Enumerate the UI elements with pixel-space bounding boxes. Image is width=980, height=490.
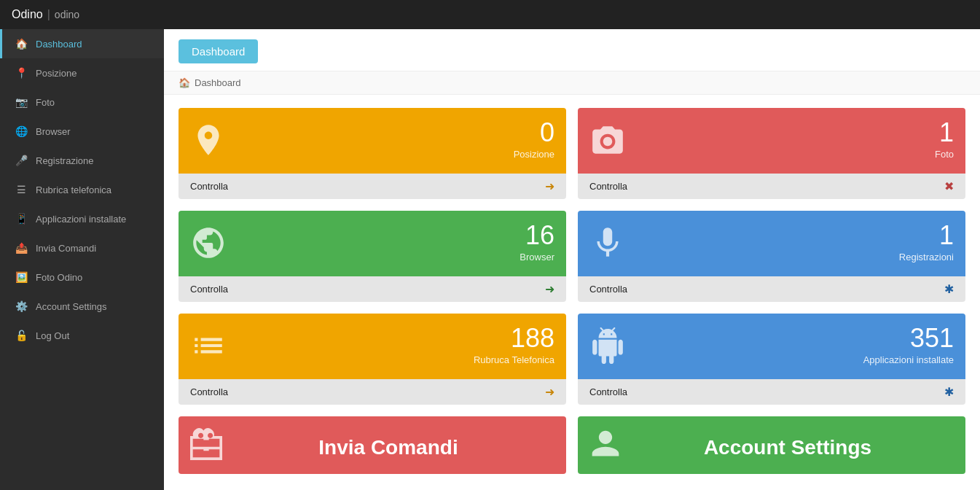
sidebar-label-logout: Log Out	[36, 330, 69, 341]
card-rubrica: 188 Rubruca Telefonica Controlla ➜	[179, 314, 566, 405]
list-card-icon	[190, 327, 227, 370]
camera-card-icon	[589, 122, 626, 165]
apps-icon: 📱	[14, 213, 28, 225]
sidebar-label-applicazioni: Applicazioni installate	[36, 214, 126, 225]
mic-card-icon	[589, 225, 626, 268]
sidebar-item-foto-odino[interactable]: 🖼️ Foto Odino	[0, 262, 164, 292]
card-posizione-footer[interactable]: Controlla ➜	[179, 174, 566, 199]
arrow-right-icon: ➜	[545, 179, 554, 193]
sidebar-item-dashboard[interactable]: 🏠 Dashboard	[0, 29, 164, 58]
breadcrumb-icon: 🏠	[179, 77, 190, 88]
image-icon: 🖼️	[14, 271, 28, 283]
home-icon: 🏠	[14, 38, 28, 50]
sidebar-item-account-settings[interactable]: ⚙️ Account Settings	[0, 292, 164, 321]
card-foto-body: 1 Foto	[578, 108, 965, 174]
card-foto-number: 1	[935, 120, 954, 146]
card-foto-footer[interactable]: Controlla ✖	[578, 174, 965, 199]
card-registrazioni-stats: 1 Registrazioni	[899, 222, 954, 262]
card-foto-stats: 1 Foto	[935, 120, 954, 160]
arrow-right-icon-rub: ➜	[545, 385, 554, 399]
arrow-right-icon-app: ✱	[944, 385, 954, 399]
sidebar-label-registrazione: Registrazione	[36, 155, 94, 166]
card-foto-link[interactable]: Controlla	[589, 181, 627, 192]
dashboard-title-button[interactable]: Dashboard	[179, 39, 258, 63]
list-icon: ☰	[14, 184, 28, 195]
card-rubrica-number: 188	[474, 325, 554, 351]
topbar-username: odino	[55, 9, 79, 20]
sidebar-item-registrazione[interactable]: 🎤 Registrazione	[0, 146, 164, 175]
sidebar-item-logout[interactable]: 🔓 Log Out	[0, 321, 164, 350]
card-rubrica-body: 188 Rubruca Telefonica	[179, 314, 566, 379]
sidebar-item-posizione[interactable]: 📍 Posizione	[0, 58, 164, 88]
card-registrazioni-number: 1	[899, 222, 954, 249]
card-posizione-link[interactable]: Controlla	[190, 181, 228, 192]
card-browser-number: 16	[520, 222, 554, 249]
gear-icon: ⚙️	[14, 300, 28, 312]
sidebar-label-posizione: Posizione	[36, 68, 77, 79]
topbar-separator: |	[47, 8, 50, 21]
android-icon	[589, 327, 626, 370]
card-rubrica-stats: 188 Rubruca Telefonica	[474, 325, 554, 365]
card-rubrica-link[interactable]: Controlla	[190, 386, 228, 397]
card-browser-footer[interactable]: Controlla ➜	[179, 276, 566, 302]
card-account-settings-label: Account Settings	[622, 436, 954, 459]
location-icon	[190, 122, 227, 165]
main-layout: 🏠 Dashboard 📍 Posizione 📷 Foto 🌐 Browser…	[0, 29, 980, 490]
card-applicazioni: 351 Applicazioni installate Controlla ✱	[578, 314, 965, 405]
card-applicazioni-link[interactable]: Controlla	[589, 386, 627, 397]
card-applicazioni-body: 351 Applicazioni installate	[578, 314, 965, 379]
card-registrazioni-footer[interactable]: Controlla ✱	[578, 276, 965, 302]
topbar: Odino | odino	[0, 0, 980, 29]
sidebar-item-foto[interactable]: 📷 Foto	[0, 88, 164, 117]
breadcrumb-label: Dashboard	[195, 77, 241, 88]
sidebar-item-invia-comandi[interactable]: 📤 Invia Comandi	[0, 233, 164, 262]
card-browser-stats: 16 Browser	[520, 222, 554, 262]
sidebar-label-rubrica: Rubrica telefonica	[36, 184, 111, 195]
card-invia-comandi[interactable]: Invia Comandi	[179, 416, 566, 474]
arrow-right-icon-reg: ✱	[944, 282, 954, 296]
sidebar-item-rubrica[interactable]: ☰ Rubrica telefonica	[0, 175, 164, 204]
card-registrazioni-label: Registrazioni	[899, 252, 954, 262]
sidebar-item-browser[interactable]: 🌐 Browser	[0, 117, 164, 146]
arrow-right-icon-foto: ✖	[944, 179, 954, 193]
card-browser-label: Browser	[520, 252, 554, 262]
card-account-settings-body: Account Settings	[578, 416, 965, 474]
card-rubrica-label: Rubruca Telefonica	[474, 354, 554, 365]
card-invia-comandi-label: Invia Comandi	[222, 436, 554, 459]
card-rubrica-footer[interactable]: Controlla ➜	[179, 379, 566, 405]
card-posizione-stats: 0 Posizione	[514, 120, 554, 160]
card-browser-link[interactable]: Controlla	[190, 284, 228, 295]
globe-icon: 🌐	[14, 125, 28, 137]
brand-name: Odino	[12, 8, 43, 21]
card-posizione: 0 Posizione Controlla ➜	[179, 108, 566, 199]
sidebar-label-browser: Browser	[36, 126, 71, 137]
card-registrazioni: 1 Registrazioni Controlla ✱	[578, 211, 965, 302]
dashboard-grid: 0 Posizione Controlla ➜	[164, 95, 980, 487]
card-applicazioni-footer[interactable]: Controlla ✱	[578, 379, 965, 405]
sidebar: 🏠 Dashboard 📍 Posizione 📷 Foto 🌐 Browser…	[0, 29, 164, 490]
arrow-right-icon-browser: ➜	[545, 282, 554, 296]
card-posizione-body: 0 Posizione	[179, 108, 566, 174]
card-account-settings[interactable]: Account Settings	[578, 416, 965, 474]
card-registrazioni-body: 1 Registrazioni	[578, 211, 965, 276]
content-area: Dashboard 🏠 Dashboard 0 Posizione	[164, 29, 980, 490]
mic-icon: 🎤	[14, 155, 28, 166]
card-applicazioni-label: Applicazioni installate	[863, 354, 954, 365]
page-header: Dashboard	[164, 29, 980, 63]
sidebar-item-applicazioni[interactable]: 📱 Applicazioni installate	[0, 204, 164, 233]
card-posizione-label: Posizione	[514, 149, 554, 160]
kit-icon	[190, 428, 222, 467]
card-posizione-number: 0	[514, 120, 554, 146]
card-registrazioni-link[interactable]: Controlla	[589, 284, 627, 295]
send-icon: 📤	[14, 242, 28, 254]
breadcrumb: 🏠 Dashboard	[164, 71, 980, 95]
sidebar-label-dashboard: Dashboard	[36, 39, 82, 50]
card-invia-comandi-body: Invia Comandi	[179, 416, 566, 474]
sidebar-label-account-settings: Account Settings	[36, 301, 107, 312]
sidebar-label-foto-odino: Foto Odino	[36, 272, 82, 283]
card-foto: 1 Foto Controlla ✖	[578, 108, 965, 199]
sidebar-label-invia-comandi: Invia Comandi	[36, 243, 96, 254]
sidebar-label-foto: Foto	[36, 97, 55, 108]
card-browser-body: 16 Browser	[179, 211, 566, 276]
camera-icon: 📷	[14, 96, 28, 108]
